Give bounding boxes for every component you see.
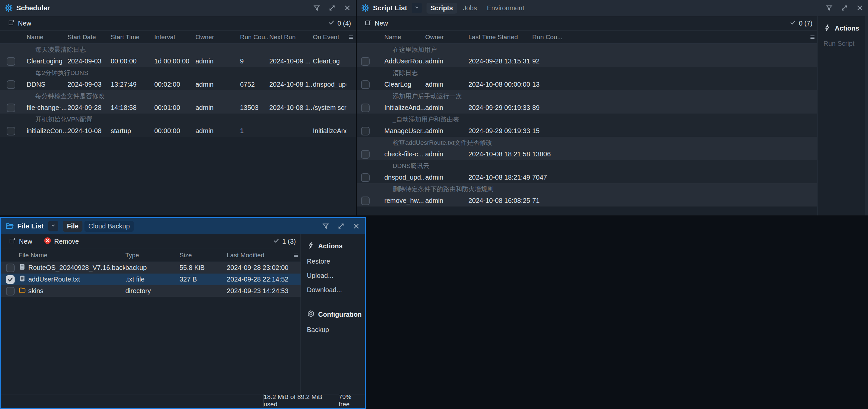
row-checkbox[interactable] xyxy=(7,80,15,89)
filter-icon[interactable] xyxy=(313,4,320,12)
table-row-comment[interactable]: DDNS腾讯云 xyxy=(357,160,817,172)
row-cell: admin xyxy=(425,174,468,181)
column-header-file-name[interactable]: File Name xyxy=(19,252,125,259)
tab-scripts[interactable]: Scripts xyxy=(427,3,457,13)
column-header-name[interactable]: Name xyxy=(27,34,67,41)
new-button[interactable]: New xyxy=(365,19,388,28)
new-button[interactable]: New xyxy=(8,19,31,28)
tab-cloud-backup[interactable]: Cloud Backup xyxy=(85,221,134,232)
table-row[interactable]: dnspod_upd...admin2024-10-08 18:21:49704… xyxy=(357,172,817,183)
row-cell: 2024-10-08 1... xyxy=(269,104,313,111)
scrollbar-track[interactable] xyxy=(865,16,868,215)
row-checkbox[interactable] xyxy=(361,173,370,182)
tab-environment[interactable]: Environment xyxy=(483,3,528,13)
column-header-run-count[interactable]: Run Cou... xyxy=(240,34,269,41)
column-header-start-date[interactable]: Start Date xyxy=(67,34,111,41)
row-name-cell: AddUserRou... xyxy=(384,58,425,65)
row-checkbox[interactable] xyxy=(361,104,370,112)
lightning-icon xyxy=(824,24,831,33)
row-checkbox[interactable] xyxy=(361,127,370,135)
row-checkbox[interactable] xyxy=(6,275,14,284)
column-header-type[interactable]: Type xyxy=(125,252,180,259)
doc-file-icon xyxy=(19,275,26,284)
table-row-comment[interactable]: 在这里添加用户 xyxy=(357,44,817,56)
column-header-name[interactable]: Name xyxy=(384,34,425,41)
row-cell: admin xyxy=(195,81,240,88)
column-header-owner[interactable]: Owner xyxy=(195,34,240,41)
table-row[interactable]: addUserRoute.txt.txt file327 B2024-09-28… xyxy=(1,274,301,285)
filter-icon[interactable] xyxy=(322,223,330,230)
column-header-interval[interactable]: Interval xyxy=(154,34,195,41)
table-row-comment[interactable]: 添加用户后手动运行一次 xyxy=(357,90,817,102)
lightning-icon xyxy=(307,241,315,251)
new-button[interactable]: New xyxy=(9,237,32,246)
table-row[interactable]: check-file-c...admin2024-10-08 18:21:581… xyxy=(357,148,817,160)
close-icon[interactable] xyxy=(353,223,360,230)
window-menu-button[interactable] xyxy=(48,221,58,231)
table-row-comment[interactable]: 清除日志 xyxy=(357,67,817,79)
row-checkbox[interactable] xyxy=(7,57,15,66)
table-row-comment[interactable]: 开机初始化VPN配置 xyxy=(0,113,356,125)
row-checkbox[interactable] xyxy=(361,150,370,159)
column-header-run-count[interactable]: Run Cou... xyxy=(532,34,589,41)
columns-menu-icon[interactable] xyxy=(346,34,356,40)
columns-menu-icon[interactable] xyxy=(808,34,817,40)
table-row[interactable]: file-change-...2024-09-2814:18:5800:01:0… xyxy=(0,102,356,113)
tab-jobs[interactable]: Jobs xyxy=(459,3,481,13)
row-checkbox[interactable] xyxy=(7,104,15,112)
backup-action[interactable]: Backup xyxy=(307,326,365,334)
row-checkbox[interactable] xyxy=(361,197,370,205)
column-header-last-time-started[interactable]: Last Time Started xyxy=(468,34,532,41)
table-row[interactable]: ClearLogadmin2024-10-08 00:00:0013 xyxy=(357,79,817,90)
window-menu-button[interactable] xyxy=(412,3,422,13)
row-checkbox[interactable] xyxy=(7,127,15,135)
column-header-start-time[interactable]: Start Time xyxy=(111,34,154,41)
row-cell: 2024-09-28 xyxy=(67,104,111,111)
expand-icon[interactable] xyxy=(329,4,336,12)
table-row-comment[interactable]: 检查addUesrRoute.txt文件是否修改 xyxy=(357,137,817,148)
row-checkbox[interactable] xyxy=(361,80,370,89)
table-row-comment[interactable]: _自动添加用户和路由表 xyxy=(357,113,817,125)
column-header-on-event[interactable]: On Event xyxy=(313,34,346,41)
table-row-comment[interactable]: 每分钟检查文件是否修改 xyxy=(0,90,356,102)
close-icon[interactable] xyxy=(856,4,863,12)
row-checkbox[interactable] xyxy=(361,57,370,66)
table-row[interactable]: ManageUser...admin2024-09-29 09:19:3315 xyxy=(357,125,817,137)
row-cell: 2024-10-08 16:08:25 xyxy=(468,197,532,205)
upload-action[interactable]: Upload... xyxy=(307,272,365,279)
scheduler-titlebar: Scheduler xyxy=(0,0,356,16)
table-row-comment[interactable]: 每2分钟执行DDNS xyxy=(0,67,356,79)
filter-icon[interactable] xyxy=(826,4,833,12)
table-row[interactable]: RouteOS_20240928_V7.16.backupbackup55.8 … xyxy=(1,262,301,274)
table-row[interactable]: DDNS2024-09-0313:27:4900:02:00admin67522… xyxy=(0,79,356,90)
column-header-next-run[interactable]: Next Run xyxy=(269,34,313,41)
table-row[interactable]: skinsdirectory2024-09-23 14:24:53 xyxy=(1,285,301,297)
restore-action[interactable]: Restore xyxy=(307,258,365,265)
expand-icon[interactable] xyxy=(337,223,345,230)
table-row[interactable]: initializeCon...2024-10-08startup00:00:0… xyxy=(0,125,356,137)
table-row[interactable]: InitializeAnd...admin2024-09-29 09:19:33… xyxy=(357,102,817,113)
table-row-comment[interactable]: 每天凌晨清除日志 xyxy=(0,44,356,56)
table-row[interactable]: AddUserRou...admin2024-09-28 13:15:3192 xyxy=(357,56,817,67)
remove-button[interactable]: Remove xyxy=(43,237,79,246)
row-checkbox[interactable] xyxy=(6,287,14,296)
expand-icon[interactable] xyxy=(841,4,848,12)
row-name-cell: ClearLoging xyxy=(27,58,67,65)
row-checkbox[interactable] xyxy=(6,264,14,272)
run-script-action[interactable]: Run Script xyxy=(824,40,865,47)
column-header-owner[interactable]: Owner xyxy=(425,34,468,41)
column-header-last-modified[interactable]: Last Modified xyxy=(227,252,291,259)
table-row-comment[interactable]: 删除特定条件下的路由和防火墙规则 xyxy=(357,183,817,195)
download-action[interactable]: Download... xyxy=(307,286,365,294)
close-icon[interactable] xyxy=(344,4,351,12)
table-row[interactable]: ClearLoging2024-09-0300:00:001d 00:00:00… xyxy=(0,56,356,67)
actions-section-title: Actions xyxy=(824,24,865,33)
selection-count: 0 (7) xyxy=(790,20,812,27)
columns-menu-icon[interactable] xyxy=(291,252,301,258)
script-list-table-header: Name Owner Last Time Started Run Cou... xyxy=(357,31,817,44)
table-row[interactable]: remove_hw...admin2024-10-08 16:08:2571 xyxy=(357,195,817,206)
row-name-cell: DDNS xyxy=(27,81,67,88)
column-header-size[interactable]: Size xyxy=(180,252,227,259)
configuration-icon xyxy=(307,310,315,319)
tab-file[interactable]: File xyxy=(63,221,82,232)
